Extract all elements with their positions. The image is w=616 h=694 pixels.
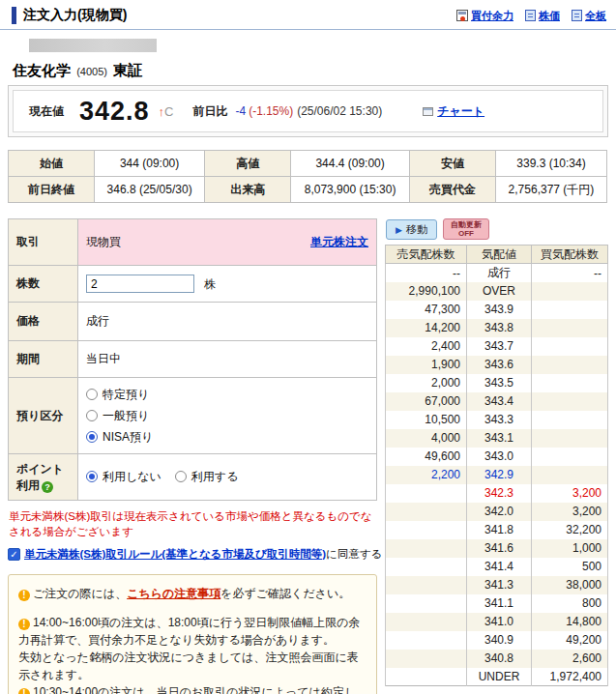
price-level-cell[interactable]: 341.0 [467, 613, 532, 631]
quantity-row: 株数 株 [9, 266, 377, 303]
document-icon [525, 10, 536, 21]
deposit-row: 預り区分 特定預り一般預りNISA預り [9, 378, 377, 454]
price-level-cell[interactable]: 343.0 [467, 448, 532, 466]
radio-button-icon[interactable] [86, 410, 98, 421]
price-level-cell[interactable]: 343.3 [467, 411, 532, 429]
chart-link-group: チャート [423, 103, 484, 120]
price-level-cell[interactable]: 343.4 [467, 392, 532, 411]
popup-window-icon [423, 107, 433, 116]
buying-power-link[interactable]: 買付余力 [471, 9, 513, 23]
order-book-header-row: 売気配株数 気配値 買気配株数 [386, 246, 608, 264]
quote-label: 高値 [205, 151, 291, 177]
sell-quantity-cell: 49,600 [386, 448, 467, 466]
price-level-cell[interactable]: 343.9 [467, 301, 532, 319]
sell-quantity-cell [386, 521, 467, 539]
radio-option[interactable]: NISA預り [86, 426, 368, 448]
point-options: 利用しない利用する [78, 454, 377, 501]
auto-update-off-button[interactable]: 自動更新 OFF [443, 218, 489, 240]
order-book-row: 341.014,800 [386, 613, 608, 631]
price-level-cell[interactable]: 340.9 [467, 631, 532, 650]
quote-value: 8,073,900 (15:30) [291, 177, 410, 203]
price-level-cell[interactable]: 342.9 [467, 466, 532, 484]
trade-value-cell: 現物買 単元株注文 [78, 219, 377, 266]
price-level-cell[interactable]: 343.7 [467, 337, 532, 356]
full-board-link-group: 全板 [572, 9, 606, 23]
buy-quantity-cell [532, 466, 608, 484]
price-level-cell[interactable]: 340.8 [467, 650, 532, 668]
quote-row: 前日終値346.8 (25/05/30)出来高8,073,900 (15:30)… [9, 177, 607, 203]
fractional-share-warning: 単元未満株(S株)取引は現在表示されている市場や価格と異なるものでなされる場合が… [9, 509, 376, 539]
buy-quantity-cell [532, 282, 608, 301]
price-level-cell[interactable]: 342.0 [467, 503, 532, 521]
warning-icon: ! [18, 688, 30, 694]
price-level-cell[interactable]: UNDER [467, 668, 532, 686]
warning-icon: ! [18, 590, 30, 601]
price-level-cell[interactable]: 成行 [467, 264, 532, 282]
quantity-input[interactable] [86, 275, 194, 293]
caution-details-link[interactable]: こちらの注意事項 [127, 587, 220, 600]
order-book-row: 47,300343.9 [386, 301, 608, 319]
radio-option[interactable]: 利用する [175, 470, 239, 483]
period-label: 期間 [9, 341, 78, 378]
price-level-cell[interactable]: 341.3 [467, 576, 532, 594]
radio-option[interactable]: 一般預り [86, 405, 368, 426]
buy-quantity-cell [532, 319, 608, 337]
buy-quantity-cell: 14,800 [532, 613, 608, 631]
sell-quantity-cell: 2,990,100 [386, 282, 467, 301]
quote-label: 始値 [9, 151, 95, 177]
sell-quantity-cell [386, 503, 467, 521]
radio-button-icon[interactable] [86, 431, 98, 443]
radio-button-icon[interactable] [175, 471, 187, 482]
price-level-cell[interactable]: 341.1 [467, 594, 532, 613]
agreement-checkbox[interactable]: ✓ [8, 548, 20, 561]
price-row: 価格 成行 [9, 303, 377, 341]
sell-quantity-cell [386, 668, 467, 686]
radio-option[interactable]: 利用しない [86, 470, 161, 483]
order-book-row: 1,900343.6 [386, 356, 608, 374]
price-level-cell[interactable]: 341.4 [467, 558, 532, 576]
help-icon[interactable]: ? [42, 481, 53, 493]
order-book-row: 341.832,200 [386, 521, 608, 539]
sell-quantity-cell [386, 631, 467, 650]
agreement-line: ✓ 単元未満株(S株)取引ルール(基準となる市場及び取引時間等)に同意する [8, 547, 377, 562]
radio-label: NISA預り [103, 430, 153, 444]
buy-quantity-cell [532, 411, 608, 429]
price-level-cell[interactable]: OVER [467, 282, 532, 301]
radio-button-icon[interactable] [86, 389, 98, 400]
price-level-cell[interactable]: 341.8 [467, 521, 532, 539]
price-level-cell[interactable]: 341.6 [467, 539, 532, 558]
price-level-cell[interactable]: 342.3 [467, 484, 532, 503]
radio-button-icon[interactable] [86, 471, 98, 482]
buy-quantity-cell: 3,200 [532, 503, 608, 521]
current-price-value: 342.8 [79, 97, 150, 127]
unit-share-order-link[interactable]: 単元株注文 [310, 234, 368, 250]
change-value: -4 [235, 104, 246, 118]
trading-rules-link[interactable]: 単元未満株(S株)取引ルール(基準となる市場及び取引時間等) [24, 548, 326, 560]
quote-summary-table: 始値344 (09:00)高値344.4 (09:00)安値339.3 (10:… [8, 150, 607, 203]
full-board-link[interactable]: 全板 [585, 9, 606, 23]
price-header: 気配値 [467, 246, 532, 264]
radio-label: 特定預り [103, 388, 149, 401]
quantity-cell: 株 [78, 266, 377, 303]
buy-quantity-cell: 3,200 [532, 484, 608, 503]
move-button[interactable]: ▶ 移動 [386, 219, 437, 240]
sell-quantity-cell [386, 558, 467, 576]
sell-quantity-cell: 4,000 [386, 429, 467, 448]
buy-quantity-cell [532, 337, 608, 356]
quantity-label: 株数 [9, 266, 78, 303]
order-book-row: 4,000343.1 [386, 429, 608, 448]
buy-quantity-cell [532, 392, 608, 411]
quote-row: 始値344 (09:00)高値344.4 (09:00)安値339.3 (10:… [9, 151, 607, 177]
quote-label: 安値 [409, 151, 495, 177]
radio-option[interactable]: 特定預り [86, 384, 368, 405]
price-level-cell[interactable]: 343.5 [467, 374, 532, 392]
price-level-cell[interactable]: 343.1 [467, 429, 532, 448]
stock-price-link[interactable]: 株価 [539, 9, 560, 23]
price-level-cell[interactable]: 343.8 [467, 319, 532, 337]
quote-timestamp: (25/06/02 15:30) [297, 104, 382, 118]
warning-icon: ! [18, 619, 30, 630]
order-book-row: 341.4500 [386, 558, 608, 576]
chart-link[interactable]: チャート [437, 103, 484, 120]
price-level-cell[interactable]: 343.6 [467, 356, 532, 374]
change-percent: (-1.15%) [249, 104, 293, 118]
